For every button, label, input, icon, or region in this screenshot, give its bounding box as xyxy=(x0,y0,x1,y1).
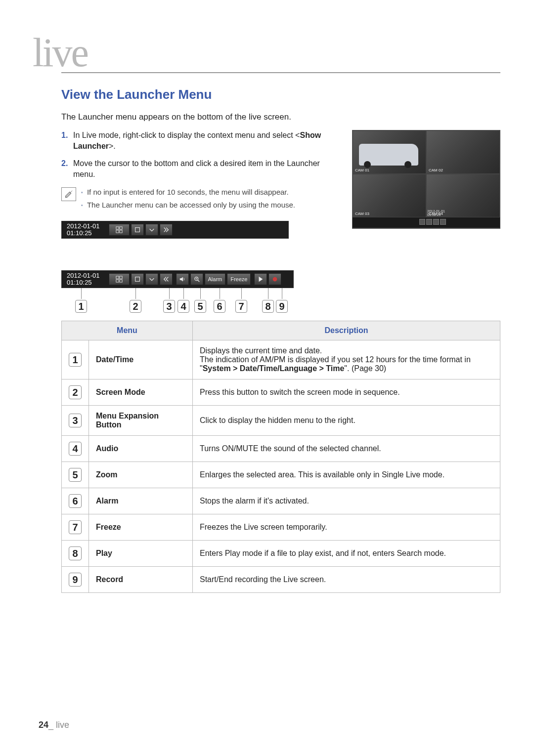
annotation-number: 3 xyxy=(163,300,175,313)
row-desc: Start/End recording the Live screen. xyxy=(193,567,500,593)
section-header: live xyxy=(33,30,500,76)
alarm-button[interactable]: Alarm xyxy=(205,273,226,285)
step-text-post: >. xyxy=(109,142,116,150)
row-desc: Freezes the Live screen temporarily. xyxy=(193,514,500,541)
row-number: 8 xyxy=(69,546,82,560)
record-icon[interactable] xyxy=(268,273,281,285)
zoom-icon[interactable] xyxy=(190,273,203,285)
row-number: 4 xyxy=(69,442,82,456)
table-header-desc: Description xyxy=(193,321,500,340)
row-menu: Freeze xyxy=(89,514,193,541)
row-menu: Play xyxy=(89,541,193,567)
row-menu: Record xyxy=(89,567,193,593)
screen-single-icon[interactable] xyxy=(131,273,144,285)
row-desc: Displays the current time and date. The … xyxy=(193,340,500,379)
table-header-menu: Menu xyxy=(62,321,193,340)
notes-list: If no input is entered for 10 seconds, t… xyxy=(81,187,295,213)
row-menu: Screen Mode xyxy=(89,379,193,406)
row-menu: Zoom xyxy=(89,462,193,488)
description-table: Menu Description 1Date/TimeDisplays the … xyxy=(61,321,500,593)
row-desc: Stops the alarm if it's activated. xyxy=(193,488,500,514)
launcher-bar-collapsed: 2012-01-01 01:10:25 xyxy=(61,221,289,239)
row-number: 1 xyxy=(69,353,82,367)
collapse-icon[interactable] xyxy=(160,273,173,285)
dvr-launcher-mini xyxy=(353,217,500,227)
row-number: 6 xyxy=(69,494,82,508)
screen-4split-icon[interactable] xyxy=(109,273,130,285)
row-number: 9 xyxy=(69,573,82,587)
dropdown-icon[interactable] xyxy=(145,224,158,236)
annotation-number: 1 xyxy=(75,300,87,313)
intro-text: The Launcher menu appears on the bottom … xyxy=(61,112,500,122)
dvr-preview-screenshot: 2012-01-01 01:10:25 CAM 01 CAM 02 CAM 03… xyxy=(352,130,500,229)
annotation-number: 5 xyxy=(194,300,206,313)
row-desc: Enters Play mode if a file to play exist… xyxy=(193,541,500,567)
annotation-number: 7 xyxy=(235,300,247,313)
step-number: 2. xyxy=(61,158,73,180)
table-row: 7FreezeFreezes the Live screen temporari… xyxy=(62,514,500,541)
table-row: 5ZoomEnlarges the selected area. This is… xyxy=(62,462,500,488)
table-row: 4AudioTurns ON/MUTE the sound of the sel… xyxy=(62,436,500,462)
freeze-button[interactable]: Freeze xyxy=(227,273,251,285)
table-row: 2Screen ModePress this button to switch … xyxy=(62,379,500,406)
audio-icon[interactable] xyxy=(176,273,189,285)
note-icon xyxy=(61,187,76,201)
note-item: If no input is entered for 10 seconds, t… xyxy=(81,187,295,197)
dvr-cam-cell: CAM 02 xyxy=(426,130,500,174)
table-row: 3Menu Expansion ButtonClick to display t… xyxy=(62,406,500,436)
row-menu: Audio xyxy=(89,436,193,462)
step-number: 1. xyxy=(61,130,73,152)
screen-4split-icon[interactable] xyxy=(109,224,130,236)
steps-list: 1. In Live mode, right-click to display … xyxy=(61,130,339,180)
row-desc: Click to display the hidden menu to the … xyxy=(193,406,500,436)
page-footer: 24_ live xyxy=(39,720,69,730)
row-number: 2 xyxy=(69,385,82,399)
annotation-number: 9 xyxy=(276,300,288,313)
annotation-number: 8 xyxy=(262,300,274,313)
step-text: In Live mode, right-click to display the… xyxy=(73,131,300,139)
row-desc: Turns ON/MUTE the sound of the selected … xyxy=(193,436,500,462)
launcher-bar-expanded: 2012-01-01 01:10:25 AlarmFreeze xyxy=(61,270,294,288)
step-2: 2. Move the cursor to the bottom and cli… xyxy=(61,158,339,180)
row-desc: Press this button to switch the screen m… xyxy=(193,379,500,406)
row-number: 5 xyxy=(69,468,82,482)
row-number: 7 xyxy=(69,520,82,534)
table-row: 8PlayEnters Play mode if a file to play … xyxy=(62,541,500,567)
play-icon[interactable] xyxy=(254,273,267,285)
launcher-timestamp: 2012-01-01 01:10:25 xyxy=(67,223,100,237)
row-menu: Menu Expansion Button xyxy=(89,406,193,436)
dvr-lower-timestamp: 2012-01-01 01:10:25 xyxy=(427,210,445,216)
table-row: 1Date/TimeDisplays the current time and … xyxy=(62,340,500,379)
page-title: View the Launcher Menu xyxy=(61,87,500,102)
dropdown-icon[interactable] xyxy=(145,273,158,285)
annotation-number: 4 xyxy=(178,300,189,313)
table-row: 6AlarmStops the alarm if it's activated. xyxy=(62,488,500,514)
dvr-cam-cell: CAM 01 xyxy=(353,130,426,174)
dvr-cam-cell: CAM 03 xyxy=(353,174,426,217)
header-rule xyxy=(61,72,500,73)
row-menu: Date/Time xyxy=(89,340,193,379)
note-item: The Launcher menu can be accessed only b… xyxy=(81,200,295,210)
row-desc: Enlarges the selected area. This is avai… xyxy=(193,462,500,488)
table-row: 9RecordStart/End recording the Live scre… xyxy=(62,567,500,593)
screen-single-icon[interactable] xyxy=(131,224,144,236)
annotation-number: 6 xyxy=(214,300,225,313)
step-text: Move the cursor to the bottom and click … xyxy=(73,158,339,180)
annotation-number: 2 xyxy=(130,300,141,313)
launcher-timestamp: 2012-01-01 01:10:25 xyxy=(67,272,100,287)
expand-icon[interactable] xyxy=(160,224,173,236)
row-menu: Alarm xyxy=(89,488,193,514)
step-1: 1. In Live mode, right-click to display … xyxy=(61,130,339,152)
row-number: 3 xyxy=(69,414,82,427)
